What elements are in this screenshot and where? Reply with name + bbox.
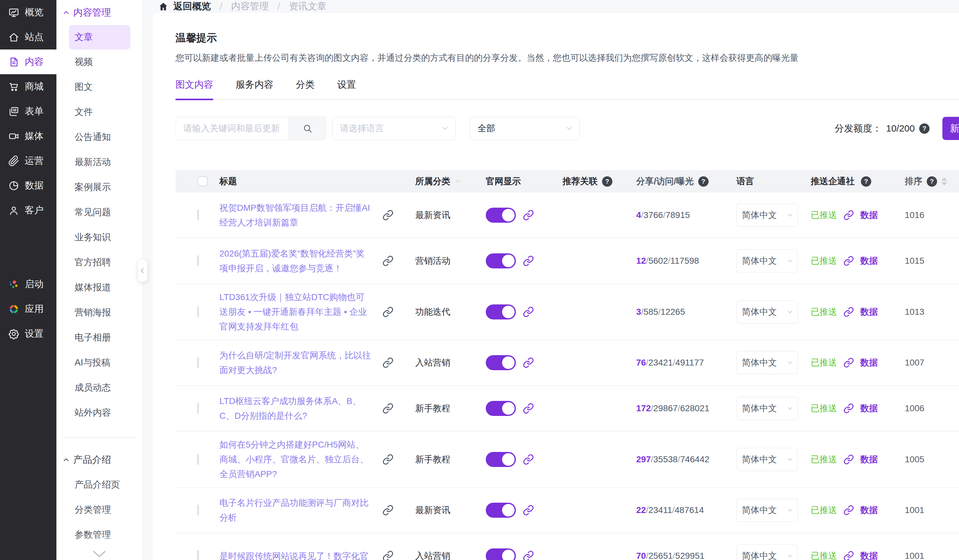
- rail-item-content[interactable]: 内容: [0, 49, 56, 74]
- search-button[interactable]: [288, 117, 326, 140]
- site-display-toggle[interactable]: [486, 355, 516, 370]
- tab-categories[interactable]: 分类: [296, 78, 315, 99]
- article-title-link[interactable]: LTD361次升级｜独立站DTC购物也可送朋友 • 一键开通新春拜年主题 • 企…: [219, 290, 373, 334]
- data-link[interactable]: 数据: [860, 255, 878, 267]
- rail-item-apps[interactable]: 应用: [0, 297, 56, 321]
- rail-item-mall[interactable]: 商城: [0, 74, 56, 99]
- push-link-icon[interactable]: [843, 403, 854, 414]
- data-link[interactable]: 数据: [860, 357, 878, 369]
- push-link-icon[interactable]: [843, 210, 854, 221]
- breadcrumb-news-articles[interactable]: 资讯文章: [289, 0, 327, 13]
- external-link-icon[interactable]: [382, 403, 393, 414]
- submenu-item-latest-activities[interactable]: 最新活动: [56, 150, 142, 175]
- submenu-item-business-knowledge[interactable]: 业务知识: [56, 225, 142, 250]
- data-link[interactable]: 数据: [860, 209, 878, 221]
- data-link[interactable]: 数据: [860, 550, 878, 560]
- help-icon[interactable]: ?: [919, 123, 930, 134]
- rail-item-site[interactable]: 站点: [0, 25, 56, 49]
- language-select[interactable]: 简体中文: [736, 204, 798, 227]
- push-link-icon[interactable]: [843, 550, 854, 560]
- article-title-link[interactable]: 如何在5分钟之内搭建好PC/H5网站、商城、小程序、官微名片、独立后台、全员营销…: [219, 437, 373, 481]
- tab-settings[interactable]: 设置: [337, 78, 356, 99]
- submenu-item-videos[interactable]: 视频: [56, 49, 142, 75]
- category-filter-select[interactable]: 全部: [470, 117, 580, 140]
- rail-item-media[interactable]: 媒体: [0, 124, 56, 148]
- select-all-checkbox[interactable]: [198, 176, 207, 186]
- site-link-icon[interactable]: [523, 210, 534, 221]
- data-link[interactable]: 数据: [860, 306, 878, 318]
- row-checkbox[interactable]: [198, 210, 199, 221]
- external-link-icon[interactable]: [382, 306, 393, 318]
- site-link-icon[interactable]: [523, 454, 534, 465]
- external-link-icon[interactable]: [382, 210, 393, 221]
- row-checkbox[interactable]: [198, 504, 199, 515]
- submenu-item-files[interactable]: 文件: [56, 100, 142, 125]
- site-link-icon[interactable]: [523, 306, 534, 318]
- submenu-item-articles[interactable]: 文章: [69, 25, 131, 49]
- external-link-icon[interactable]: [382, 550, 393, 560]
- help-icon[interactable]: ?: [927, 176, 937, 187]
- submenu-item-media-reports[interactable]: 媒体报道: [56, 275, 142, 300]
- push-link-icon[interactable]: [843, 357, 854, 368]
- submenu-group-content-management[interactable]: 内容管理: [56, 0, 142, 25]
- submenu-item-external-content[interactable]: 站外内容: [56, 400, 142, 425]
- rail-item-form[interactable]: 表单: [0, 99, 56, 124]
- submenu-item-image-text[interactable]: 图文: [56, 75, 142, 100]
- language-select[interactable]: 简体中文: [736, 351, 798, 374]
- help-icon[interactable]: ?: [698, 176, 709, 187]
- tab-image-text-content[interactable]: 图文内容: [175, 78, 213, 99]
- site-display-toggle[interactable]: [486, 253, 516, 269]
- article-title-link[interactable]: 为什么自研/定制开发官网系统，比以往面对更大挑战?: [219, 348, 373, 377]
- site-display-toggle[interactable]: [486, 503, 516, 518]
- tab-service-content[interactable]: 服务内容: [236, 78, 273, 99]
- data-link[interactable]: 数据: [860, 504, 878, 516]
- rail-item-customer[interactable]: 客户: [0, 198, 56, 223]
- site-display-toggle[interactable]: [486, 452, 516, 467]
- language-select[interactable]: 简体中文: [736, 499, 798, 522]
- article-title-link[interactable]: 祝贺DMP数智领军项目启航：开启懂AI经营人才培训新篇章: [219, 200, 373, 230]
- chevron-down-icon[interactable]: [92, 550, 107, 558]
- row-checkbox[interactable]: [198, 454, 199, 465]
- site-link-icon[interactable]: [523, 403, 534, 414]
- rail-item-operation[interactable]: 运营: [0, 148, 56, 173]
- submenu-item-marketing-posters[interactable]: 营销海报: [56, 300, 142, 325]
- site-link-icon[interactable]: [523, 504, 534, 516]
- site-display-toggle[interactable]: [486, 401, 516, 416]
- row-checkbox[interactable]: [198, 403, 199, 414]
- external-link-icon[interactable]: [382, 255, 393, 267]
- article-title-link[interactable]: 电子名片行业产品功能测评与厂商对比分析: [219, 495, 373, 525]
- help-icon[interactable]: ?: [602, 176, 612, 187]
- submenu-item-photo-albums[interactable]: 电子相册: [56, 325, 142, 350]
- submenu-item-member-updates[interactable]: 成员动态: [56, 375, 142, 400]
- new-content-button[interactable]: 新: [942, 117, 959, 140]
- site-link-icon[interactable]: [523, 255, 534, 267]
- site-display-toggle[interactable]: [486, 549, 516, 560]
- language-filter-select[interactable]: 请选择语言: [332, 117, 456, 140]
- column-category[interactable]: 所属分类: [403, 175, 473, 187]
- row-checkbox[interactable]: [198, 255, 199, 266]
- site-display-toggle[interactable]: [486, 304, 516, 320]
- row-checkbox[interactable]: [198, 550, 199, 560]
- sidebar-collapse-handle[interactable]: [138, 259, 147, 282]
- row-checkbox[interactable]: [198, 306, 199, 317]
- language-select[interactable]: 简体中文: [736, 397, 798, 420]
- article-title-link[interactable]: 2026(第五届)爱名奖“数智化经营类”奖项申报开启，诚邀您参与竞逐！: [219, 246, 373, 275]
- data-link[interactable]: 数据: [860, 402, 878, 414]
- external-link-icon[interactable]: [382, 454, 393, 465]
- site-link-icon[interactable]: [523, 550, 534, 560]
- submenu-item-official-recruitment[interactable]: 官方招聘: [56, 250, 142, 275]
- rail-item-settings[interactable]: 设置: [0, 321, 56, 346]
- submenu-item-ai-submission[interactable]: AI与投稿: [56, 350, 142, 375]
- external-link-icon[interactable]: [382, 504, 393, 516]
- push-link-icon[interactable]: [843, 454, 854, 465]
- data-link[interactable]: 数据: [860, 453, 878, 465]
- rail-item-data[interactable]: 数据: [0, 173, 56, 198]
- help-icon[interactable]: ?: [861, 176, 871, 187]
- language-select[interactable]: 简体中文: [736, 544, 798, 560]
- rail-item-launch[interactable]: 启动: [0, 272, 56, 297]
- sort-carets-icon[interactable]: [941, 178, 947, 185]
- site-link-icon[interactable]: [523, 357, 534, 368]
- search-input[interactable]: [176, 117, 288, 140]
- rail-item-overview[interactable]: 概览: [0, 0, 56, 25]
- row-checkbox[interactable]: [198, 357, 199, 368]
